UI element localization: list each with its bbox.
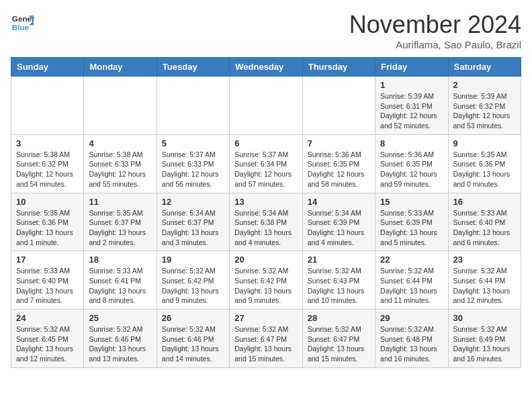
day-info: Sunrise: 5:35 AM Sunset: 6:37 PM Dayligh…	[89, 208, 151, 248]
day-number: 14	[308, 197, 370, 207]
calendar-cell: 29Sunrise: 5:32 AM Sunset: 6:48 PM Dayli…	[375, 310, 448, 368]
day-info: Sunrise: 5:32 AM Sunset: 6:46 PM Dayligh…	[89, 324, 151, 364]
calendar-cell: 18Sunrise: 5:33 AM Sunset: 6:41 PM Dayli…	[84, 251, 157, 310]
calendar-cell: 12Sunrise: 5:34 AM Sunset: 6:37 PM Dayli…	[157, 193, 229, 251]
calendar-week-row: 10Sunrise: 5:35 AM Sunset: 6:36 PM Dayli…	[11, 193, 521, 251]
title-block: November 2024 Auriflama, Sao Paulo, Braz…	[349, 11, 521, 50]
calendar-week-row: 24Sunrise: 5:32 AM Sunset: 6:45 PM Dayli…	[11, 310, 521, 368]
calendar-table: SundayMondayTuesdayWednesdayThursdayFrid…	[11, 57, 521, 368]
calendar-cell: 19Sunrise: 5:32 AM Sunset: 6:42 PM Dayli…	[157, 251, 229, 310]
day-info: Sunrise: 5:32 AM Sunset: 6:48 PM Dayligh…	[380, 324, 443, 364]
day-number: 11	[89, 197, 151, 207]
calendar-cell: 10Sunrise: 5:35 AM Sunset: 6:36 PM Dayli…	[11, 193, 84, 251]
day-number: 7	[308, 138, 370, 148]
calendar-cell: 20Sunrise: 5:32 AM Sunset: 6:42 PM Dayli…	[230, 251, 302, 310]
day-info: Sunrise: 5:34 AM Sunset: 6:39 PM Dayligh…	[308, 208, 370, 248]
day-info: Sunrise: 5:33 AM Sunset: 6:39 PM Dayligh…	[380, 208, 443, 248]
calendar-cell: 15Sunrise: 5:33 AM Sunset: 6:39 PM Dayli…	[375, 193, 448, 251]
day-number: 3	[16, 138, 79, 148]
calendar-cell	[157, 77, 229, 135]
day-number: 26	[162, 313, 224, 323]
calendar-cell	[302, 77, 375, 135]
day-info: Sunrise: 5:39 AM Sunset: 6:31 PM Dayligh…	[380, 91, 443, 131]
day-number: 9	[453, 138, 516, 148]
logo-icon: General Blue	[11, 11, 35, 35]
day-info: Sunrise: 5:32 AM Sunset: 6:47 PM Dayligh…	[234, 324, 297, 364]
day-number: 28	[308, 313, 370, 323]
day-info: Sunrise: 5:37 AM Sunset: 6:33 PM Dayligh…	[162, 150, 224, 189]
day-info: Sunrise: 5:32 AM Sunset: 6:44 PM Dayligh…	[453, 266, 516, 306]
weekday-header-row: SundayMondayTuesdayWednesdayThursdayFrid…	[11, 58, 521, 77]
day-info: Sunrise: 5:38 AM Sunset: 6:32 PM Dayligh…	[16, 150, 79, 189]
day-info: Sunrise: 5:39 AM Sunset: 6:32 PM Dayligh…	[453, 91, 516, 131]
weekday-header: Monday	[84, 58, 157, 77]
day-info: Sunrise: 5:37 AM Sunset: 6:34 PM Dayligh…	[234, 150, 297, 189]
calendar-cell	[230, 77, 302, 135]
calendar-cell: 13Sunrise: 5:34 AM Sunset: 6:38 PM Dayli…	[230, 193, 302, 251]
calendar-cell: 8Sunrise: 5:36 AM Sunset: 6:35 PM Daylig…	[375, 134, 448, 193]
day-info: Sunrise: 5:35 AM Sunset: 6:36 PM Dayligh…	[453, 150, 516, 189]
day-number: 29	[380, 313, 443, 323]
day-number: 5	[162, 138, 224, 148]
day-info: Sunrise: 5:36 AM Sunset: 6:35 PM Dayligh…	[308, 150, 370, 189]
day-info: Sunrise: 5:32 AM Sunset: 6:45 PM Dayligh…	[16, 324, 79, 364]
day-number: 19	[162, 255, 224, 265]
calendar-week-row: 3Sunrise: 5:38 AM Sunset: 6:32 PM Daylig…	[11, 134, 521, 193]
day-number: 22	[380, 255, 443, 265]
day-number: 12	[162, 197, 224, 207]
logo: General Blue	[11, 11, 35, 35]
calendar-cell: 24Sunrise: 5:32 AM Sunset: 6:45 PM Dayli…	[11, 310, 84, 368]
calendar-cell: 6Sunrise: 5:37 AM Sunset: 6:34 PM Daylig…	[230, 134, 302, 193]
day-number: 25	[89, 313, 151, 323]
month-title: November 2024	[349, 11, 521, 39]
calendar-cell: 9Sunrise: 5:35 AM Sunset: 6:36 PM Daylig…	[448, 134, 521, 193]
day-info: Sunrise: 5:32 AM Sunset: 6:46 PM Dayligh…	[162, 324, 224, 364]
calendar-cell: 23Sunrise: 5:32 AM Sunset: 6:44 PM Dayli…	[448, 251, 521, 310]
day-number: 1	[380, 80, 443, 90]
calendar-week-row: 17Sunrise: 5:33 AM Sunset: 6:40 PM Dayli…	[11, 251, 521, 310]
day-info: Sunrise: 5:32 AM Sunset: 6:47 PM Dayligh…	[308, 324, 370, 364]
day-number: 8	[380, 138, 443, 148]
weekday-header: Friday	[375, 58, 448, 77]
weekday-header: Saturday	[448, 58, 521, 77]
weekday-header: Thursday	[302, 58, 375, 77]
day-info: Sunrise: 5:36 AM Sunset: 6:35 PM Dayligh…	[380, 150, 443, 189]
calendar-cell: 14Sunrise: 5:34 AM Sunset: 6:39 PM Dayli…	[302, 193, 375, 251]
day-info: Sunrise: 5:32 AM Sunset: 6:42 PM Dayligh…	[234, 266, 297, 306]
day-number: 6	[234, 138, 297, 148]
day-number: 16	[453, 197, 516, 207]
day-number: 27	[234, 313, 297, 323]
calendar-cell: 28Sunrise: 5:32 AM Sunset: 6:47 PM Dayli…	[302, 310, 375, 368]
page-header: General Blue November 2024 Auriflama, Sa…	[11, 11, 521, 50]
calendar-cell: 21Sunrise: 5:32 AM Sunset: 6:43 PM Dayli…	[302, 251, 375, 310]
day-number: 13	[234, 197, 297, 207]
day-info: Sunrise: 5:34 AM Sunset: 6:38 PM Dayligh…	[234, 208, 297, 248]
calendar-cell: 16Sunrise: 5:33 AM Sunset: 6:40 PM Dayli…	[448, 193, 521, 251]
calendar-cell: 7Sunrise: 5:36 AM Sunset: 6:35 PM Daylig…	[302, 134, 375, 193]
calendar-cell: 25Sunrise: 5:32 AM Sunset: 6:46 PM Dayli…	[84, 310, 157, 368]
day-info: Sunrise: 5:33 AM Sunset: 6:40 PM Dayligh…	[453, 208, 516, 248]
calendar-cell: 3Sunrise: 5:38 AM Sunset: 6:32 PM Daylig…	[11, 134, 84, 193]
calendar-cell: 11Sunrise: 5:35 AM Sunset: 6:37 PM Dayli…	[84, 193, 157, 251]
location: Auriflama, Sao Paulo, Brazil	[349, 39, 521, 50]
day-info: Sunrise: 5:32 AM Sunset: 6:49 PM Dayligh…	[453, 324, 516, 364]
day-number: 15	[380, 197, 443, 207]
svg-text:General: General	[12, 14, 35, 23]
calendar-cell: 1Sunrise: 5:39 AM Sunset: 6:31 PM Daylig…	[375, 77, 448, 135]
day-number: 17	[16, 255, 79, 265]
calendar-cell: 17Sunrise: 5:33 AM Sunset: 6:40 PM Dayli…	[11, 251, 84, 310]
day-number: 10	[16, 197, 79, 207]
day-info: Sunrise: 5:33 AM Sunset: 6:41 PM Dayligh…	[89, 266, 151, 306]
calendar-cell	[84, 77, 157, 135]
day-info: Sunrise: 5:32 AM Sunset: 6:43 PM Dayligh…	[308, 266, 370, 306]
calendar-cell: 4Sunrise: 5:38 AM Sunset: 6:33 PM Daylig…	[84, 134, 157, 193]
day-info: Sunrise: 5:32 AM Sunset: 6:44 PM Dayligh…	[380, 266, 443, 306]
calendar-cell: 30Sunrise: 5:32 AM Sunset: 6:49 PM Dayli…	[448, 310, 521, 368]
day-number: 30	[453, 313, 516, 323]
day-info: Sunrise: 5:35 AM Sunset: 6:36 PM Dayligh…	[16, 208, 79, 248]
day-number: 24	[16, 313, 79, 323]
day-info: Sunrise: 5:32 AM Sunset: 6:42 PM Dayligh…	[162, 266, 224, 306]
weekday-header: Tuesday	[157, 58, 229, 77]
svg-text:Blue: Blue	[12, 23, 30, 32]
day-number: 18	[89, 255, 151, 265]
